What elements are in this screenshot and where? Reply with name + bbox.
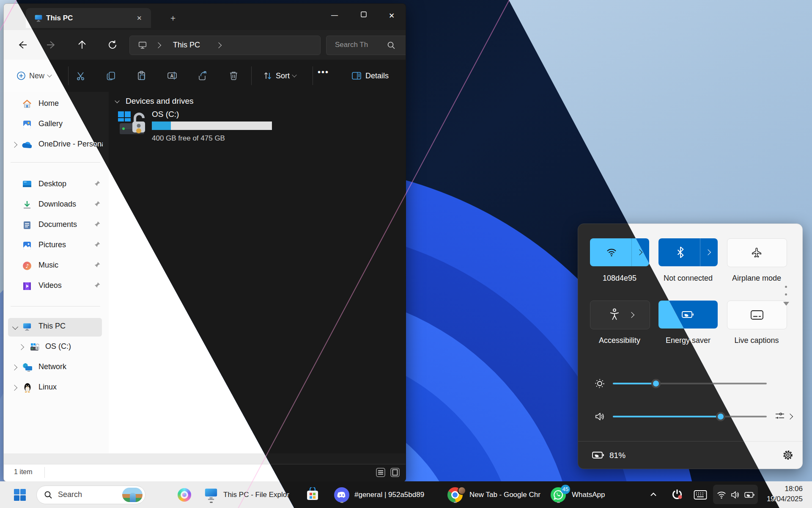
sidebar-item-label: Home	[38, 99, 59, 108]
running-indicator	[557, 502, 560, 503]
copilot-icon[interactable]	[178, 488, 191, 502]
sidebar-item-downloads[interactable]: Downloads	[4, 196, 109, 215]
live-captions-icon	[750, 310, 764, 320]
volume-slider-thumb[interactable]	[716, 412, 725, 421]
copy-icon[interactable]	[106, 71, 116, 81]
new-button-label: New	[29, 72, 44, 80]
monitor-icon	[138, 41, 147, 50]
explorer-tab-strip: This PC ✕ ＋ — ✕	[4, 4, 406, 30]
share-icon[interactable]	[198, 71, 208, 81]
taskbar-whatsapp-label[interactable]: WhatsApp	[572, 491, 611, 499]
wifi-expand-chevron-icon[interactable]	[636, 249, 642, 255]
expander-chevron-icon[interactable]	[11, 142, 17, 148]
sidebar-item-label: This PC	[38, 322, 66, 331]
new-tab-plus-icon[interactable]: ＋	[169, 12, 177, 24]
plus-circle-icon	[16, 71, 26, 80]
chevron-right-icon	[216, 42, 222, 48]
more-options-icon[interactable]: •••	[318, 67, 329, 77]
details-pane-button[interactable]: Details	[351, 67, 402, 84]
qs-page-dot[interactable]	[785, 293, 787, 295]
sidebar-item-videos[interactable]: Videos	[4, 277, 109, 296]
back-icon[interactable]	[16, 39, 27, 50]
expander-chevron-icon[interactable]	[18, 344, 24, 350]
tray-vpn-icon[interactable]	[671, 488, 683, 501]
breadcrumb-this-pc[interactable]: This PC	[173, 41, 200, 50]
sidebar-divider	[11, 162, 100, 163]
section-collapse-chevron-icon[interactable]	[115, 98, 119, 103]
sort-arrows-icon	[263, 71, 273, 81]
tray-chevron-up-icon[interactable]	[650, 491, 657, 497]
taskbar-discord-label[interactable]: #general | 952a5bd89	[354, 491, 439, 499]
search-icon[interactable]	[387, 41, 396, 50]
running-indicator	[454, 502, 457, 503]
expander-chevron-icon[interactable]	[11, 385, 17, 391]
explorer-tab-this-pc[interactable]: This PC ✕	[26, 8, 151, 28]
refresh-icon[interactable]	[107, 39, 118, 50]
taskbar-chrome-button[interactable]	[447, 487, 464, 504]
tab-close-icon[interactable]: ✕	[137, 14, 142, 22]
minimize-button[interactable]: —	[329, 11, 340, 19]
section-devices-and-drives[interactable]: Devices and drives	[112, 96, 281, 108]
running-indicator	[340, 502, 343, 503]
breadcrumb[interactable]: This PC	[129, 36, 321, 55]
sidebar-item-network[interactable]: Network	[4, 359, 109, 377]
rename-icon[interactable]: A	[167, 71, 177, 81]
qs-page-down-arrow-icon[interactable]	[783, 302, 789, 306]
sidebar-item-pictures[interactable]: Pictures	[4, 237, 109, 255]
drive-tile-os-c[interactable]: OS (C:) 400 GB free of 475 GB	[114, 109, 279, 149]
close-window-button[interactable]: ✕	[389, 11, 395, 20]
taskbar-whatsapp-button[interactable]: 45	[551, 487, 568, 504]
sidebar-item-os-c[interactable]: OS (C:)	[4, 338, 109, 357]
tray-quick-settings-group[interactable]	[713, 485, 758, 504]
forward-icon[interactable]	[46, 39, 57, 50]
brightness-slider-thumb[interactable]	[651, 379, 661, 388]
expander-chevron-icon[interactable]	[11, 364, 17, 370]
search-highlight-image[interactable]	[122, 488, 143, 502]
maximize-button[interactable]	[359, 10, 368, 19]
sidebar-item-this-pc[interactable]: This PC	[8, 318, 102, 337]
sidebar-item-music[interactable]: ♪ Music	[4, 257, 109, 276]
accessibility-button[interactable]	[590, 301, 650, 329]
bluetooth-expand-chevron-icon[interactable]	[705, 249, 711, 255]
search-placeholder: Search	[58, 490, 82, 499]
taskbar-chrome-label[interactable]: New Tab - Google Chr	[469, 491, 546, 499]
audio-output-icon[interactable]	[774, 411, 785, 422]
settings-gear-icon[interactable]	[782, 449, 794, 461]
pin-icon	[94, 221, 101, 228]
taskbar-discord-button[interactable]	[334, 487, 350, 504]
taskbar-search-box[interactable]: Search	[36, 486, 145, 504]
bluetooth-toggle[interactable]	[658, 238, 718, 266]
accessibility-expand-chevron-icon[interactable]	[628, 312, 634, 318]
start-button[interactable]	[14, 489, 26, 501]
tray-touch-keyboard-icon[interactable]	[694, 490, 707, 500]
sidebar-item-label: Music	[38, 261, 58, 270]
pin-icon	[94, 201, 101, 207]
section-header-label: Devices and drives	[126, 97, 194, 106]
chrome-profile-avatar	[458, 486, 466, 495]
audio-output-chevron-icon[interactable]	[787, 414, 793, 420]
up-icon[interactable]	[77, 39, 88, 50]
documents-icon	[22, 221, 32, 230]
live-captions-button[interactable]	[727, 301, 787, 329]
sidebar-item-desktop[interactable]: Desktop	[4, 176, 109, 194]
taskbar-store-button[interactable]	[305, 487, 321, 504]
new-button[interactable]: New	[12, 67, 60, 84]
brightness-slider-fill	[613, 383, 656, 384]
sidebar-item-documents[interactable]: Documents	[4, 216, 109, 235]
qs-page-dot[interactable]	[785, 286, 787, 288]
taskbar-file-explorer-button[interactable]	[204, 487, 219, 504]
large-icons-view-toggle-icon[interactable]	[390, 467, 401, 478]
sort-button[interactable]: Sort	[259, 67, 309, 84]
monitor-icon	[34, 14, 43, 22]
paste-icon[interactable]	[137, 71, 146, 80]
details-view-toggle-icon[interactable]	[375, 467, 386, 478]
cut-icon[interactable]	[76, 71, 85, 81]
airplane-mode-toggle[interactable]	[727, 238, 787, 267]
expander-chevron-icon[interactable]	[12, 324, 18, 330]
taskbar-file-explorer-label[interactable]: This PC - File Explor	[223, 491, 292, 499]
delete-icon[interactable]	[229, 71, 239, 80]
bluetooth-icon	[675, 246, 686, 258]
wifi-icon	[606, 247, 617, 258]
search-box[interactable]: Search Th	[326, 36, 406, 55]
sidebar-item-linux[interactable]: Linux	[4, 379, 109, 398]
